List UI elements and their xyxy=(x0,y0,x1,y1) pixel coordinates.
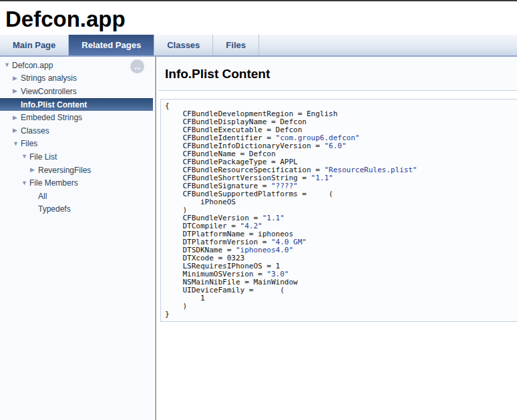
plist-string-value: "3.0" xyxy=(267,270,289,278)
chevron-down-icon[interactable]: ▼ xyxy=(21,180,29,186)
nav-item-label: Strings analysis xyxy=(21,73,77,83)
plist-string-value: "iphoneos4.0" xyxy=(236,246,293,254)
nav-item-label: ReversingFiles xyxy=(38,166,91,175)
nav-item-label: Info.Plist Content xyxy=(21,100,87,110)
tab-related-pages[interactable]: Related Pages xyxy=(69,35,154,55)
sidebar-splitter[interactable] xyxy=(153,57,158,420)
chevron-down-icon[interactable]: ▼ xyxy=(3,62,12,68)
nav-item-viewcontrollers[interactable]: ▶ViewControllers xyxy=(0,85,153,98)
nav-item-all[interactable]: All xyxy=(0,190,153,203)
nav-sync-icon[interactable]: ↔ xyxy=(130,59,144,73)
nav-item-label: Defcon.app xyxy=(12,61,53,70)
plist-string-value: "6.0" xyxy=(324,142,346,150)
chevron-down-icon[interactable]: ▼ xyxy=(12,141,21,147)
chevron-right-icon[interactable]: ▶ xyxy=(12,115,21,121)
nav-item-label: File Members xyxy=(29,178,78,188)
nav-item-info-plist-content[interactable]: Info.Plist Content xyxy=(0,98,153,112)
plist-code-block: { CFBundleDevelopmentRegion = English CF… xyxy=(160,99,517,322)
nav-item-typedefs[interactable]: Typedefs xyxy=(0,203,153,216)
page-title: Info.Plist Content xyxy=(165,67,510,81)
tab-bar: Main PageRelated PagesClassesFiles xyxy=(0,35,517,57)
nav-tree: ▼Defcon.app▶Strings analysis▶ViewControl… xyxy=(0,59,153,216)
nav-item-label: Embeded Strings xyxy=(21,113,82,122)
nav-item-files[interactable]: ▼Files xyxy=(0,138,153,151)
tab-main-page[interactable]: Main Page xyxy=(0,35,69,55)
project-title: Defcon.app xyxy=(5,7,126,31)
chevron-right-icon[interactable]: ▶ xyxy=(12,75,21,81)
nav-item-label: Files xyxy=(21,139,37,148)
tab-files[interactable]: Files xyxy=(213,35,259,55)
tab-label: Related Pages xyxy=(81,40,141,50)
chevron-right-icon[interactable]: ▶ xyxy=(29,167,38,173)
nav-item-label: File List xyxy=(29,152,57,162)
content-pane: Info.Plist Content { CFBundleDevelopment… xyxy=(158,57,517,420)
nav-item-file-list[interactable]: ▼File List xyxy=(0,150,153,164)
tab-label: Files xyxy=(226,40,246,50)
chevron-right-icon[interactable]: ▶ xyxy=(12,88,21,94)
nav-item-classes[interactable]: ▶Classes xyxy=(0,124,153,138)
nav-item-label: ViewControllers xyxy=(21,87,77,96)
nav-item-label: Classes xyxy=(21,126,49,136)
plist-string-value: "com.group6.defcon" xyxy=(276,134,360,142)
tab-label: Classes xyxy=(167,40,200,50)
nav-tree-sidebar: ↔ ▼Defcon.app▶Strings analysis▶ViewContr… xyxy=(0,57,153,420)
nav-item-label: All xyxy=(38,192,47,201)
plist-string-value: "ResourceRules.plist" xyxy=(324,166,417,174)
plist-string-value: "4.2" xyxy=(240,222,263,230)
nav-item-file-members[interactable]: ▼File Members xyxy=(0,176,153,190)
main-layout: ↔ ▼Defcon.app▶Strings analysis▶ViewContr… xyxy=(0,57,517,420)
plist-string-value: "1.1" xyxy=(311,174,333,182)
page-contents: { CFBundleDevelopmentRegion = English CF… xyxy=(158,91,517,322)
plist-string-value: "????" xyxy=(271,182,298,190)
nav-item-reversingfiles[interactable]: ▶ReversingFiles xyxy=(0,164,153,177)
plist-string-value: "1.1" xyxy=(263,214,285,222)
nav-item-label: Typedefs xyxy=(38,204,71,214)
chevron-right-icon[interactable]: ▶ xyxy=(12,128,21,134)
nav-item-embeded-strings[interactable]: ▶Embeded Strings xyxy=(0,111,153,124)
tab-label: Main Page xyxy=(13,40,55,50)
splitter-line xyxy=(155,57,156,420)
nav-item-strings-analysis[interactable]: ▶Strings analysis xyxy=(0,72,153,85)
chevron-down-icon[interactable]: ▼ xyxy=(21,154,29,160)
title-bar: Defcon.app xyxy=(0,1,517,35)
content-header: Info.Plist Content xyxy=(158,57,517,91)
tab-classes[interactable]: Classes xyxy=(154,35,213,55)
